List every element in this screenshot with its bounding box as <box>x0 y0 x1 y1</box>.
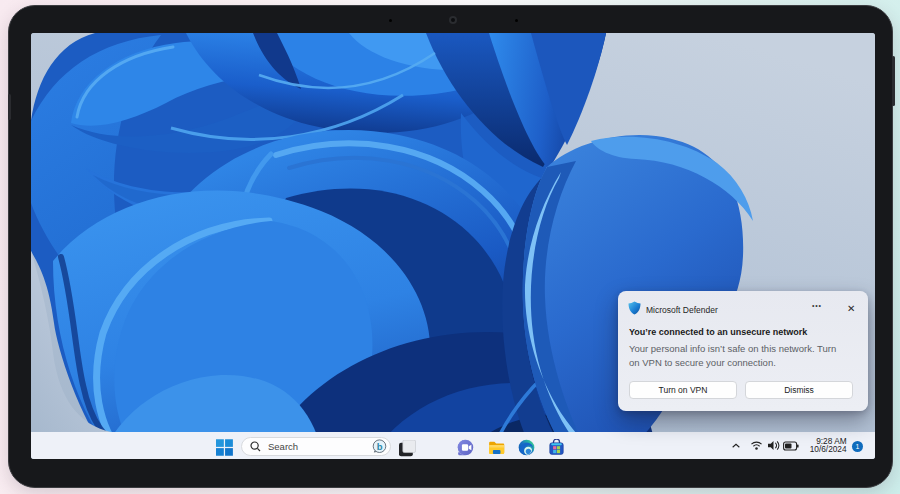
svg-text:b: b <box>377 441 383 452</box>
